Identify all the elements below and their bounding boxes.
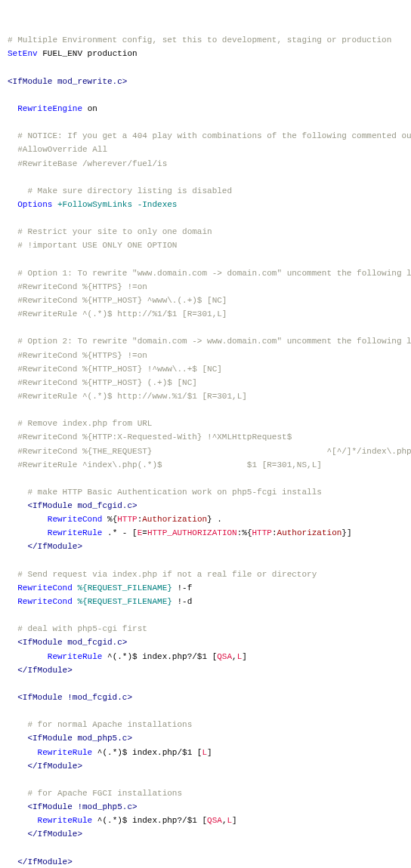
text: on	[82, 104, 97, 113]
text: !-d	[172, 597, 192, 606]
tag-open: <IfModule mod_fcgid.c>	[17, 638, 127, 647]
directive: RewriteRule	[38, 748, 93, 757]
text: :%{	[237, 528, 252, 537]
tag-open: <IfModule !mod_php5.c>	[27, 802, 137, 811]
text: } .	[207, 515, 222, 524]
variable: %{REQUEST_FILENAME}	[73, 583, 172, 593]
comment: #RewriteRule ^index\.php(.*)$ $1 [R=301,…	[17, 460, 322, 469]
name: Authorization	[277, 528, 342, 537]
code-block: # Multiple Environment config, set this …	[8, 35, 411, 868]
text: ]	[242, 652, 247, 661]
text: ]	[232, 816, 237, 825]
comment: #RewriteCond %{HTTP_HOST} (.+)$ [NC]	[17, 378, 197, 387]
comment: #RewriteCond %{HTTPS} !=on	[17, 351, 147, 360]
comment: #RewriteCond %{HTTP:X-Requested-With} !^…	[17, 432, 292, 442]
variable: %{REQUEST_FILENAME}	[73, 597, 172, 606]
comment: # make HTTP Basic Authentication work on…	[27, 488, 321, 497]
text: ^(.*)$ index.php/$1 [	[92, 748, 202, 757]
directive: RewriteCond	[17, 597, 73, 606]
comment: # Send request via index.php if not a re…	[17, 570, 317, 579]
tag-open: <IfModule mod_fcgid.c>	[27, 501, 137, 510]
text: FUEL_ENV production	[38, 49, 138, 58]
text: =	[142, 528, 147, 537]
tag-close: </IfModule>	[17, 857, 73, 866]
text: %{	[102, 515, 117, 524]
text: !-f	[172, 583, 192, 593]
directive: RewriteRule	[48, 528, 103, 537]
tag-open: <IfModule mod_rewrite.c>	[8, 77, 127, 86]
literal: HTTP	[252, 528, 272, 537]
comment: # deal with php5-cgi first	[17, 624, 147, 633]
text: ]	[207, 748, 212, 757]
name: Authorization	[142, 515, 207, 524]
comment: #RewriteCond %{THE_REQUEST} ^[^/]*/index…	[17, 447, 411, 456]
comment: #RewriteRule ^(.*)$ http://www.%1/$1 [R=…	[17, 392, 247, 401]
tag-close: </IfModule>	[17, 666, 73, 675]
tag-close: </IfModule>	[27, 830, 82, 839]
comment: #RewriteCond %{HTTP_HOST} ^www\.(.+)$ [N…	[17, 296, 227, 305]
literal: HTTP	[117, 515, 137, 524]
text: ,	[232, 652, 237, 661]
comment: #RewriteRule ^(.*)$ http://%1/$1 [R=301,…	[17, 309, 227, 319]
comment: # for normal Apache installations	[27, 720, 192, 729]
directive: RewriteRule	[38, 816, 93, 825]
directive: RewriteRule	[48, 652, 103, 661]
tag-close: </IfModule>	[27, 542, 82, 551]
comment: # for Apache FGCI installations	[27, 789, 182, 798]
text: .* - [	[102, 528, 137, 537]
directive: Options	[17, 200, 52, 209]
comment: # !important USE ONLY ONE OPTION	[17, 241, 177, 250]
directive: RewriteCond	[48, 515, 103, 524]
comment: # Remove index.php from URL	[17, 419, 152, 428]
comment: #RewriteCond %{HTTPS} !=on	[17, 282, 147, 291]
text: :	[272, 528, 277, 537]
comment: # Restrict your site to only one domain	[17, 227, 212, 236]
text: ^(.*)$ index.php?/$1 [	[92, 816, 207, 825]
directive: RewriteEngine	[17, 104, 82, 113]
comment: # NOTICE: If you get a 404 play with com…	[17, 131, 411, 140]
tag-close: </IfModule>	[27, 762, 82, 771]
comment: # Option 1: To rewrite "www.domain.com -…	[17, 269, 411, 278]
comment: # Option 2: To rewrite "domain.com -> ww…	[17, 337, 411, 346]
comment: #RewriteBase /wherever/fuel/is	[17, 159, 167, 168]
literal: HTTP_AUTHORIZATION	[147, 528, 237, 537]
comment: #AllowOverride All	[17, 145, 107, 154]
text: }]	[341, 528, 351, 537]
tag-open: <IfModule mod_php5.c>	[27, 734, 132, 743]
directive: SetEnv	[8, 49, 38, 58]
options: +FollowSymLinks -Indexes	[52, 200, 177, 209]
comment: #RewriteCond %{HTTP_HOST} !^www\..+$ [NC…	[17, 365, 222, 374]
literal: QSA	[207, 816, 222, 825]
comment: # Make sure directory listing is disable…	[27, 186, 232, 195]
text: ^(.*)$ index.php?/$1 [	[102, 652, 217, 661]
directive: RewriteCond	[17, 583, 73, 593]
tag-open: <IfModule !mod_fcgid.c>	[17, 693, 132, 702]
comment: # Multiple Environment config, set this …	[8, 35, 391, 45]
literal: QSA	[217, 652, 232, 661]
